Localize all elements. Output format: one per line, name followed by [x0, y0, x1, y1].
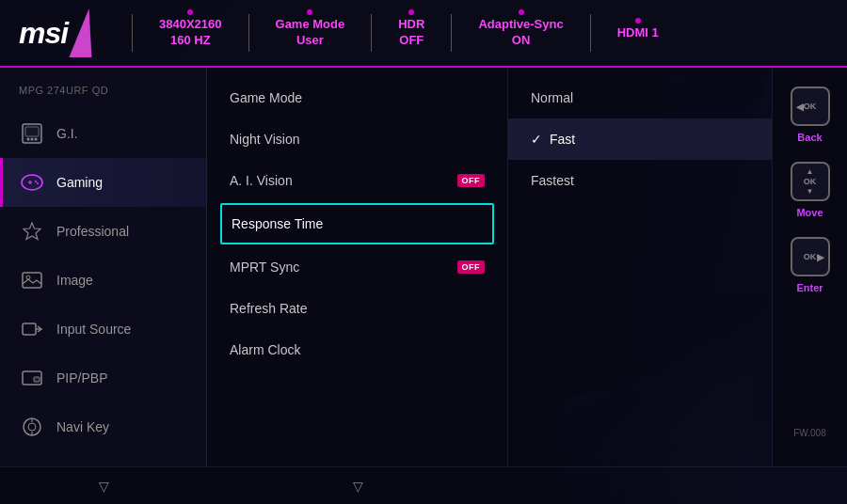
- pip-pbp-icon: [19, 365, 45, 391]
- arrow-down-middle: ▽: [353, 479, 363, 494]
- option-label-fast: Fast: [550, 132, 575, 147]
- controls-sidebar: ◀ OK Back ▲ OK ▼ Move ▶ OK: [772, 68, 847, 466]
- header-dot-resolution: [187, 9, 193, 15]
- sidebar-label-pip-pbp: PIP/PBP: [56, 370, 107, 386]
- menu-item-night-vision[interactable]: Night Vision: [207, 118, 507, 160]
- header-game-mode-label: Game Mode User: [276, 17, 345, 49]
- menu-item-ai-vision[interactable]: A. I. Vision OFF: [207, 160, 507, 201]
- option-label-normal: Normal: [531, 90, 573, 105]
- move-label: Move: [796, 207, 823, 218]
- professional-icon: [19, 218, 45, 244]
- option-label-fastest: Fastest: [531, 173, 574, 188]
- header-divider-3: [371, 14, 372, 52]
- sidebar-label-professional: Professional: [56, 224, 129, 239]
- gi-icon: [19, 120, 45, 147]
- ai-vision-badge: OFF: [457, 174, 486, 187]
- right-options-panel: Normal ✓ Fast Fastest: [508, 68, 772, 466]
- back-icon: ◀ OK: [791, 87, 830, 126]
- sidebar-item-professional[interactable]: Professional: [0, 207, 206, 256]
- fw-version: FW.008: [793, 428, 825, 448]
- menu-label-ai-vision: A. I. Vision: [230, 173, 293, 188]
- menu-item-refresh-rate[interactable]: Refresh Rate: [207, 288, 507, 329]
- menu-label-game-mode: Game Mode: [230, 90, 302, 105]
- arrow-left-container: ▽: [0, 479, 207, 494]
- arrow-down-left: ▽: [99, 479, 109, 494]
- model-name: MPG 274URF QD: [0, 77, 206, 109]
- header-divider-5: [590, 14, 591, 52]
- svg-point-3: [31, 138, 34, 141]
- sidebar-item-gaming[interactable]: Gaming: [0, 158, 206, 207]
- input-source-icon: [19, 316, 45, 342]
- svg-point-2: [27, 138, 30, 141]
- svg-point-9: [37, 182, 39, 184]
- header-hdmi: HDMI 1: [600, 25, 676, 41]
- enter-icon: ▶ OK: [791, 237, 830, 276]
- sidebar-item-pip-pbp[interactable]: PIP/PBP: [0, 354, 206, 402]
- menu-label-refresh-rate: Refresh Rate: [230, 301, 307, 316]
- svg-marker-10: [24, 223, 40, 240]
- arrow-row: ▽ ▽: [0, 466, 847, 504]
- svg-rect-16: [34, 377, 40, 382]
- navi-key-icon: [19, 414, 45, 440]
- menu-label-alarm-clock: Alarm Clock: [230, 342, 300, 357]
- logo-slash-icon: [70, 8, 101, 57]
- svg-rect-13: [23, 323, 36, 335]
- enter-label: Enter: [796, 282, 823, 293]
- sidebar-item-navi-key[interactable]: Navi Key: [0, 402, 206, 451]
- main-content: MPG 274URF QD G.I.: [0, 68, 847, 466]
- gaming-icon: [19, 169, 45, 196]
- mprt-sync-badge: OFF: [457, 260, 486, 274]
- move-icon: ▲ OK ▼: [791, 162, 830, 201]
- option-item-normal[interactable]: Normal: [508, 77, 772, 118]
- header-hdr-label: HDR OFF: [398, 17, 424, 49]
- sidebar-label-input-source: Input Source: [56, 322, 131, 337]
- move-control[interactable]: ▲ OK ▼ Move: [791, 162, 830, 218]
- header-divider-2: [248, 14, 249, 52]
- sidebar-item-input-source[interactable]: Input Source: [0, 305, 206, 354]
- middle-menu: Game Mode Night Vision A. I. Vision OFF …: [207, 68, 508, 466]
- sidebar-item-gi[interactable]: G.I.: [0, 109, 206, 158]
- sidebar-label-gi: G.I.: [56, 126, 78, 141]
- header-divider-4: [451, 14, 452, 52]
- svg-rect-11: [23, 273, 41, 288]
- header: msi 3840X2160 160 HZ Game Mode User: [0, 0, 847, 68]
- msi-logo: msi: [19, 8, 104, 57]
- menu-label-night-vision: Night Vision: [230, 132, 299, 147]
- header-dot-adaptive-sync: [519, 9, 524, 15]
- header-resolution-label: 3840X2160 160 HZ: [159, 17, 222, 49]
- sidebar-label-gaming: Gaming: [56, 175, 103, 190]
- sidebar-item-image[interactable]: Image: [0, 256, 206, 305]
- header-divider-1: [132, 14, 133, 52]
- option-item-fastest[interactable]: Fastest: [508, 160, 772, 201]
- svg-point-4: [35, 138, 38, 141]
- back-control[interactable]: ◀ OK Back: [791, 87, 830, 143]
- header-dot-game-mode: [307, 9, 312, 15]
- header-adaptive-sync: Adaptive-Sync ON: [461, 17, 580, 49]
- arrow-middle-container: ▽: [207, 479, 508, 494]
- menu-label-mprt-sync: MPRT Sync: [230, 260, 299, 275]
- sidebar: MPG 274URF QD G.I.: [0, 68, 207, 466]
- enter-control[interactable]: ▶ OK Enter: [791, 237, 830, 293]
- header-hdr: HDR OFF: [381, 17, 441, 49]
- sidebar-label-navi-key: Navi Key: [56, 419, 109, 434]
- svg-point-8: [35, 181, 37, 182]
- option-item-fast[interactable]: ✓ Fast: [508, 118, 772, 160]
- header-hdmi-label: HDMI 1: [617, 25, 659, 41]
- image-icon: [19, 267, 45, 293]
- header-adaptive-sync-label: Adaptive-Sync ON: [478, 17, 563, 49]
- header-resolution: 3840X2160 160 HZ: [142, 17, 239, 49]
- check-icon: ✓: [531, 132, 542, 147]
- menu-item-response-time[interactable]: Response Time: [220, 203, 494, 244]
- menu-label-response-time: Response Time: [232, 216, 323, 231]
- header-dot-hdmi: [635, 18, 641, 24]
- header-dot-hdr: [408, 9, 414, 15]
- logo-text: msi: [19, 16, 68, 51]
- header-game-mode: Game Mode User: [259, 17, 362, 49]
- menu-item-mprt-sync[interactable]: MPRT Sync OFF: [207, 246, 507, 288]
- menu-item-alarm-clock[interactable]: Alarm Clock: [207, 329, 507, 370]
- sidebar-label-image: Image: [56, 273, 93, 288]
- back-label: Back: [797, 132, 822, 143]
- menu-item-game-mode[interactable]: Game Mode: [207, 77, 507, 118]
- svg-point-18: [28, 423, 36, 431]
